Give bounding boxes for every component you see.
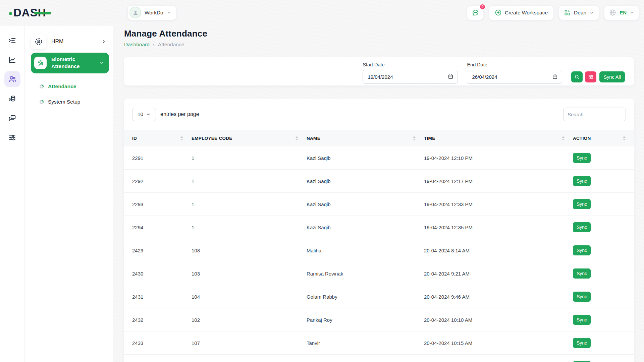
brand-logo[interactable]: DASH — [0, 6, 113, 19]
sidebar-item-label: System Setup — [48, 99, 80, 105]
rail-item-finance[interactable]: $ — [4, 90, 20, 107]
row-id: 2430 — [124, 262, 192, 285]
calendar-slash-icon — [588, 74, 594, 80]
row-time: 20-04-2024 8:14 AM — [424, 239, 573, 262]
attendance-table-body: 22911Kazi Saqib19-04-2024 12:10 PMSync22… — [124, 146, 634, 362]
row-employee-code: 102 — [192, 308, 307, 331]
column-header-name[interactable]: NAME — [307, 130, 424, 146]
user-menu[interactable]: Dean — [559, 5, 599, 20]
language-menu[interactable]: EN — [604, 5, 639, 20]
bullet-ring-icon — [40, 100, 44, 104]
breadcrumb-separator: › — [153, 42, 155, 48]
sort-icon[interactable] — [562, 136, 565, 140]
table-search-input[interactable] — [563, 108, 626, 121]
sync-button[interactable]: Sync — [573, 268, 591, 279]
page-title: Manage Attendance — [124, 28, 634, 39]
sidebar-item-hrm[interactable]: HRM — [31, 34, 109, 49]
row-employee-code: 108 — [192, 239, 307, 262]
sync-button[interactable]: Sync — [573, 153, 591, 163]
column-header-action[interactable]: ACTION — [573, 130, 634, 146]
calendar-icon[interactable] — [448, 74, 453, 79]
sidebar-item-label: HRM — [51, 39, 63, 45]
sidebar-item-system-setup[interactable]: System Setup — [40, 94, 109, 110]
row-time: 20-04-2024 4:55 PM — [424, 355, 573, 362]
chevron-down-icon — [589, 10, 594, 15]
workspace-switcher[interactable]: WorkDo — [127, 5, 176, 20]
table-row: 2432102Pankaj Roy20-04-2024 10:10 AMSync — [124, 308, 634, 331]
rail-item-preferences[interactable] — [4, 129, 20, 145]
table-row: 2433107Tanvir20-04-2024 10:15 AMSync — [124, 331, 634, 355]
language-code: EN — [620, 10, 627, 15]
column-header-employee-code[interactable]: EMPLOYEE CODE — [192, 130, 307, 146]
create-workspace-button[interactable]: Create Workspace — [489, 5, 554, 20]
sliders-icon — [8, 133, 16, 142]
messages-badge: 0 — [479, 4, 486, 10]
apply-filter-button[interactable] — [571, 71, 583, 82]
filter-actions: Sync All — [571, 71, 625, 82]
row-id: 2429 — [124, 239, 192, 262]
user-name: Dean — [574, 10, 586, 16]
start-date-input[interactable] — [363, 70, 458, 84]
grid-plus-icon — [564, 9, 571, 16]
calendar-icon[interactable] — [552, 74, 558, 79]
sort-icon[interactable] — [180, 136, 183, 140]
row-employee-code: 1 — [192, 193, 307, 216]
column-header-time[interactable]: TIME — [424, 130, 573, 146]
sync-button[interactable]: Sync — [573, 245, 591, 255]
breadcrumb: Dashboard › Attendance — [124, 42, 634, 48]
start-date-label: Start Date — [363, 62, 458, 67]
row-employee-code: 1 — [192, 216, 307, 239]
table-row: 2434108Maliha20-04-2024 4:55 PMSync — [124, 355, 634, 362]
rail-item-messenger[interactable] — [4, 110, 20, 126]
sort-icon[interactable] — [623, 136, 626, 140]
sync-button[interactable]: Sync — [573, 315, 591, 325]
table-row: 2429108Maliha20-04-2024 8:14 AMSync — [124, 239, 634, 262]
end-date-input[interactable] — [467, 70, 562, 84]
sidebar-collapse-button[interactable] — [4, 32, 20, 48]
breadcrumb-current: Attendance — [158, 42, 184, 48]
breadcrumb-dashboard-link[interactable]: Dashboard — [124, 42, 150, 48]
sync-button[interactable]: Sync — [573, 176, 591, 186]
sidebar-item-attendance[interactable]: Attendance — [40, 79, 109, 94]
sync-button[interactable]: Sync — [573, 338, 591, 348]
table-row: 22911Kazi Saqib19-04-2024 12:10 PMSync — [124, 146, 634, 170]
topbar: DASH WorkDo 0 Create Workspace Dean — [0, 0, 644, 25]
page-size-select[interactable]: 10 — [132, 108, 156, 121]
row-id: 2292 — [124, 170, 192, 193]
row-action: Sync — [573, 193, 634, 216]
row-name: Maliha — [307, 355, 424, 362]
row-id: 2293 — [124, 193, 192, 216]
table-row: 22941Kazi Saqib19-04-2024 12:35 PMSync — [124, 216, 634, 239]
attendance-table: ID EMPLOYEE CODE NAME TIME ACTION 22911K… — [124, 130, 634, 362]
row-time: 20-04-2024 10:10 AM — [424, 308, 573, 331]
row-time: 20-04-2024 10:15 AM — [424, 331, 573, 355]
sync-button[interactable]: Sync — [573, 292, 591, 302]
main-content: Manage Attendance Dashboard › Attendance… — [113, 25, 644, 362]
sort-icon[interactable] — [296, 136, 298, 140]
hrm-icon-tile — [31, 34, 46, 49]
filter-card: Start Date End Date — [124, 57, 634, 85]
sync-button[interactable]: Sync — [573, 222, 591, 232]
messages-button[interactable]: 0 — [467, 5, 484, 20]
sidebar-item-biometric-attendance[interactable]: Biometric Attendance — [31, 53, 109, 73]
sync-button[interactable]: Sync — [573, 199, 591, 209]
row-id: 2294 — [124, 216, 192, 239]
sidebar: HRM Biometric Attendance Attendance Syst… — [25, 25, 113, 362]
person-dashed-circle-icon — [35, 38, 43, 46]
rail-item-hrm-users[interactable] — [4, 71, 20, 87]
topbar-right: 0 Create Workspace Dean EN — [467, 5, 644, 20]
row-id: 2291 — [124, 146, 192, 170]
icon-rail: $ — [0, 25, 25, 362]
row-id: 2433 — [124, 331, 192, 355]
reset-filter-button[interactable] — [585, 71, 596, 82]
sort-icon[interactable] — [413, 136, 416, 140]
column-header-id[interactable]: ID — [124, 130, 192, 146]
row-action: Sync — [573, 239, 634, 262]
svg-text:$: $ — [9, 97, 11, 101]
row-employee-code: 1 — [192, 170, 307, 193]
row-name: Maliha — [307, 239, 424, 262]
chat-bubble-icon — [471, 9, 479, 17]
sync-all-button[interactable]: Sync All — [599, 71, 625, 82]
rail-item-monitoring[interactable] — [4, 52, 20, 68]
chevron-down-icon — [630, 10, 634, 15]
